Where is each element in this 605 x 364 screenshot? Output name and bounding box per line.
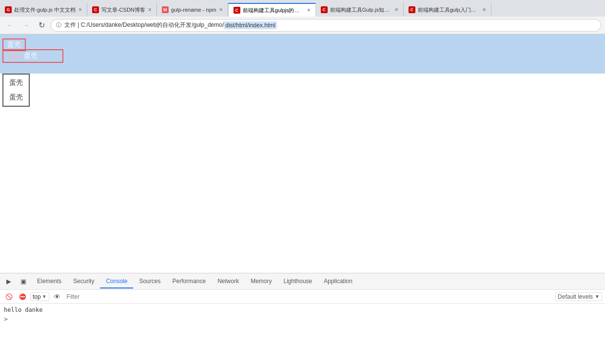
- devtools-panel: ▶ ▣ ElementsSecurityConsoleSourcesPerfor…: [0, 273, 605, 364]
- list-item-0: 蛋壳: [9, 78, 23, 87]
- tab-label: 前端构建工具gulp入门教程: [418, 6, 480, 14]
- console-output: hello danke >: [0, 304, 605, 364]
- devtools-tab-lighthouse[interactable]: Lighthouse: [278, 275, 318, 288]
- list-item-1: 蛋壳: [9, 93, 23, 102]
- tab-close-icon[interactable]: ×: [76, 6, 82, 13]
- devtools-tab-security[interactable]: Security: [67, 275, 100, 288]
- levels-arrow-icon: ▼: [595, 294, 600, 299]
- browser-tab-tab6[interactable]: C前端构建工具gulp入门教程×: [404, 3, 491, 17]
- url-highlighted: dist/html/index.html: [224, 21, 277, 29]
- context-selector[interactable]: top ▼: [30, 292, 49, 301]
- browser-tab-tab1[interactable]: G处理文件·gulp.js 中文文档×: [0, 3, 87, 17]
- inspect-element-button[interactable]: ▶: [2, 275, 16, 288]
- devtools-tab-memory[interactable]: Memory: [245, 275, 277, 288]
- header-box-2-text: 蛋壳: [24, 52, 38, 60]
- browser-tab-tab4[interactable]: C前端构建工具gulpjs的使用×: [228, 3, 316, 17]
- page-content: 蛋壳 hello 蛋壳 蛋壳蛋壳: [0, 35, 605, 272]
- devtools-tabs: ▶ ▣ ElementsSecurityConsoleSourcesPerfor…: [0, 273, 605, 290]
- tab-label: 前端构建工具gulpjs的使用: [243, 7, 304, 14]
- devtools-tab-application[interactable]: Application: [318, 275, 358, 288]
- devtools-tab-elements[interactable]: Elements: [31, 275, 67, 288]
- address-bar[interactable]: ⓘ 文件 | C:/Users/danke/Desktop/web的自动化开发/…: [51, 19, 601, 32]
- devtools-tab-console[interactable]: Console: [100, 275, 133, 288]
- page-list: 蛋壳蛋壳: [2, 74, 30, 107]
- device-toolbar-button[interactable]: ▣: [17, 275, 30, 288]
- eye-button[interactable]: 👁: [51, 291, 63, 303]
- devtools-tab-performance[interactable]: Performance: [166, 275, 212, 288]
- header-box-2: hello 蛋壳: [2, 49, 63, 63]
- tab-close-icon[interactable]: ×: [145, 6, 152, 13]
- tab-label: 写文章-CSDN博客: [101, 6, 145, 14]
- tab-close-icon[interactable]: ×: [480, 6, 486, 13]
- default-levels-selector[interactable]: Default levels ▼: [555, 292, 602, 301]
- tab-favicon: C: [234, 7, 240, 14]
- context-label: top: [33, 293, 41, 300]
- header-box-1-text: 蛋壳: [7, 41, 21, 48]
- back-button[interactable]: ←: [4, 19, 17, 32]
- tab-close-icon[interactable]: ×: [216, 6, 223, 13]
- clear-console-button[interactable]: 🚫: [3, 291, 15, 303]
- context-arrow-icon: ▼: [42, 294, 47, 299]
- tab-favicon: M: [162, 6, 169, 13]
- devtools-tab-sources[interactable]: Sources: [133, 275, 166, 288]
- levels-label: Default levels: [558, 293, 593, 300]
- tab-close-icon[interactable]: ×: [304, 7, 311, 14]
- console-line-1: hello danke: [4, 306, 601, 314]
- tab-label: gulp-rename - npm: [171, 7, 216, 13]
- tab-favicon: C: [321, 6, 328, 13]
- tab-label: 前端构建工具Gulp.js知多少: [330, 6, 392, 14]
- tab-favicon: G: [5, 6, 12, 13]
- console-toolbar: 🚫 ⛔ top ▼ 👁 Default levels ▼: [0, 290, 605, 304]
- stop-messages-button[interactable]: ⛔: [17, 291, 28, 303]
- forward-button[interactable]: →: [20, 19, 32, 32]
- tab-close-icon[interactable]: ×: [392, 6, 398, 13]
- tab-bar: G处理文件·gulp.js 中文文档×C写文章-CSDN博客×Mgulp-ren…: [0, 0, 605, 17]
- page-header: 蛋壳 hello 蛋壳: [0, 35, 605, 74]
- lock-icon: ⓘ: [56, 21, 61, 29]
- browser-tab-tab2[interactable]: C写文章-CSDN博客×: [87, 3, 157, 17]
- tab-favicon: C: [409, 6, 415, 13]
- console-prompt[interactable]: >: [4, 314, 601, 324]
- reload-button[interactable]: ↻: [35, 19, 48, 32]
- url-prefix: 文件 | C:/Users/danke/Desktop/web的自动化开发/gu…: [64, 21, 224, 29]
- browser-chrome: G处理文件·gulp.js 中文文档×C写文章-CSDN博客×Mgulp-ren…: [0, 0, 605, 35]
- console-filter-input[interactable]: [65, 292, 553, 302]
- header-hello-text: hello: [8, 52, 22, 60]
- devtools-tab-network[interactable]: Network: [212, 275, 245, 288]
- tab-favicon: C: [92, 6, 99, 13]
- browser-tab-tab3[interactable]: Mgulp-rename - npm×: [157, 3, 228, 17]
- tab-label: 处理文件·gulp.js 中文文档: [14, 6, 76, 14]
- browser-tab-tab5[interactable]: C前端构建工具Gulp.js知多少×: [316, 3, 404, 17]
- nav-bar: ← → ↻ ⓘ 文件 | C:/Users/danke/Desktop/web的…: [0, 17, 605, 34]
